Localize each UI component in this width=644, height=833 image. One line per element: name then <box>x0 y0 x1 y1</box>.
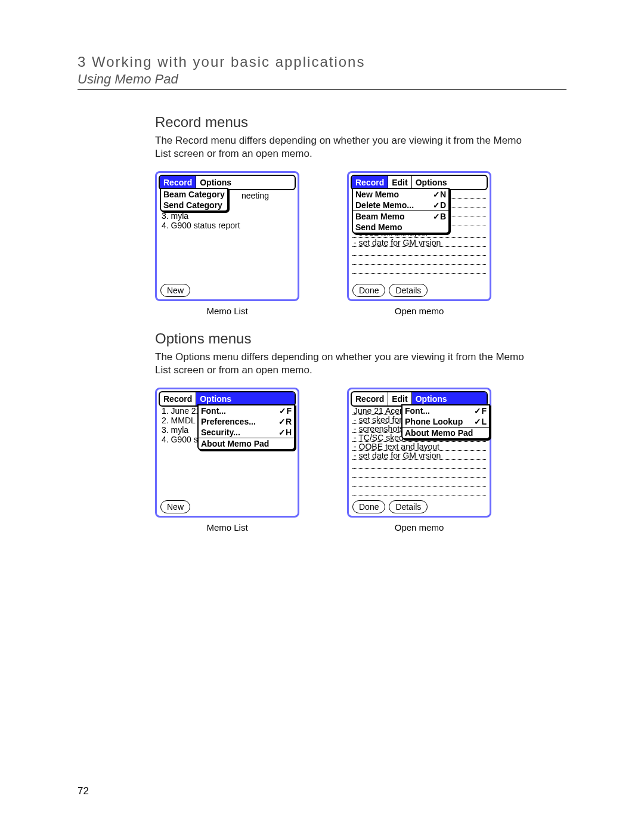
menu-item[interactable]: New Memo ✓N <box>353 189 448 200</box>
menu-item[interactable]: About Memo Pad <box>402 427 489 438</box>
menu-item[interactable]: Security... ✓H <box>199 427 294 438</box>
page-number: 72 <box>78 785 89 797</box>
dropdown-record-list[interactable]: Beam Category Send Category <box>160 188 228 212</box>
button-row: New <box>160 500 190 513</box>
menu-options[interactable]: Options <box>412 176 487 189</box>
menu-item[interactable]: Font... ✓F <box>402 405 489 416</box>
caption: Open memo <box>395 306 444 316</box>
shortcut: ✓L <box>474 417 487 426</box>
palm-screen: Record Options neeting Beam Category Sen… <box>155 171 299 301</box>
palm-screen: Record Edit Options June 21 Acer - set s… <box>347 388 491 518</box>
memo-body: - OOBE text and layout - set date for GM… <box>352 229 486 281</box>
menu-item[interactable]: Phone Lookup ✓L <box>402 416 489 427</box>
shortcut: ✓H <box>278 428 292 437</box>
screenshot-row-record: Record Options neeting Beam Category Sen… <box>155 171 566 316</box>
section-heading-record: Record menus <box>155 114 566 131</box>
button-row: Done Details <box>352 284 428 297</box>
dotted-line <box>352 460 486 469</box>
section-para-record: The Record menu differs depending on whe… <box>155 134 537 160</box>
bg-fragment: neeting <box>242 191 269 200</box>
header-rule <box>78 89 566 90</box>
done-button[interactable]: Done <box>352 284 385 297</box>
shortcut: ✓D <box>433 200 446 210</box>
memo-line: - OOBE text and layout <box>352 442 486 451</box>
menu-record[interactable]: Record <box>352 392 388 405</box>
shortcut: ✓F <box>474 406 487 416</box>
dotted-line <box>352 274 486 281</box>
dropdown-record-open[interactable]: New Memo ✓N Delete Memo... ✓D Beam Memo … <box>352 188 450 234</box>
memo-line: - set date for GM vrsion <box>352 238 486 247</box>
screenshot-row-options: Record Options 1. June 21 2. MMDL 3. myl… <box>155 388 566 532</box>
button-row: Done Details <box>352 500 428 513</box>
caption: Open memo <box>395 522 444 532</box>
palm-screen: Record Options 1. June 21 2. MMDL 3. myl… <box>155 388 299 518</box>
shot-options-openmemo: Record Edit Options June 21 Acer - set s… <box>347 388 491 532</box>
menu-record[interactable]: Record <box>352 176 388 189</box>
menu-options[interactable]: Options <box>412 392 487 405</box>
dotted-line <box>450 199 486 208</box>
shortcut: ✓N <box>433 190 446 199</box>
dotted-line <box>352 247 486 256</box>
details-button[interactable]: Details <box>389 500 428 513</box>
palm-screen: Record Edit Options New Memo ✓N Delete M… <box>347 171 491 301</box>
shortcut: ✓R <box>278 417 292 426</box>
menu-item[interactable]: About Memo Pad <box>199 438 294 449</box>
menu-item[interactable]: Font... ✓F <box>199 405 294 416</box>
chapter-subtitle: Using Memo Pad <box>78 72 566 87</box>
memo-list-bg: 3. myla 4. G900 status report <box>160 211 294 281</box>
page-header: 3 Working with your basic applications U… <box>78 54 566 90</box>
dotted-line <box>352 469 486 478</box>
dotted-line <box>450 208 486 216</box>
menu-item[interactable]: Send Category <box>161 200 227 210</box>
section-heading-options: Options menus <box>155 330 566 347</box>
menu-edit[interactable]: Edit <box>388 176 411 189</box>
dotted-line <box>450 216 486 225</box>
menu-record[interactable]: Record <box>160 176 196 189</box>
dropdown-options-list[interactable]: Font... ✓F Preferences... ✓R Security...… <box>197 404 295 450</box>
button-row: New <box>160 284 190 297</box>
dropdown-options-open[interactable]: Font... ✓F Phone Lookup ✓L About Memo Pa… <box>401 404 490 439</box>
chapter-title: 3 Working with your basic applications <box>78 54 566 70</box>
dotted-line <box>352 256 486 265</box>
list-item: 3. myla <box>160 211 294 221</box>
caption: Memo List <box>206 522 247 532</box>
list-item: 4. G900 status report <box>160 221 294 230</box>
menu-options[interactable]: Options <box>196 392 295 405</box>
menu-item[interactable]: Send Memo <box>353 222 448 233</box>
shot-record-memolist: Record Options neeting Beam Category Sen… <box>155 171 299 316</box>
section-para-options: The Options menu differs depending on wh… <box>155 351 537 377</box>
dotted-line <box>352 265 486 274</box>
dotted-line <box>352 478 486 487</box>
new-button[interactable]: New <box>160 284 190 297</box>
dotted-line <box>450 190 486 199</box>
caption: Memo List <box>206 306 247 316</box>
menu-record[interactable]: Record <box>160 392 196 405</box>
menu-options[interactable]: Options <box>196 176 295 189</box>
shortcut: ✓F <box>279 406 292 416</box>
menu-item[interactable]: Beam Category <box>161 189 227 200</box>
menu-item[interactable]: Beam Memo ✓B <box>353 210 448 222</box>
shot-options-memolist: Record Options 1. June 21 2. MMDL 3. myl… <box>155 388 299 532</box>
shortcut: ✓B <box>433 212 446 221</box>
menu-item[interactable]: Preferences... ✓R <box>199 416 294 427</box>
new-button[interactable]: New <box>160 500 190 513</box>
menu-item[interactable]: Delete Memo... ✓D <box>353 200 448 210</box>
memo-line: - set date for GM vrsion <box>352 451 486 460</box>
dotted-line <box>352 487 486 496</box>
menu-edit[interactable]: Edit <box>388 392 411 405</box>
manual-page: 3 Working with your basic applications U… <box>0 0 644 833</box>
shot-record-openmemo: Record Edit Options New Memo ✓N Delete M… <box>347 171 491 316</box>
details-button[interactable]: Details <box>389 284 428 297</box>
done-button[interactable]: Done <box>352 500 385 513</box>
content-area: Record menus The Record menu differs dep… <box>155 114 566 532</box>
